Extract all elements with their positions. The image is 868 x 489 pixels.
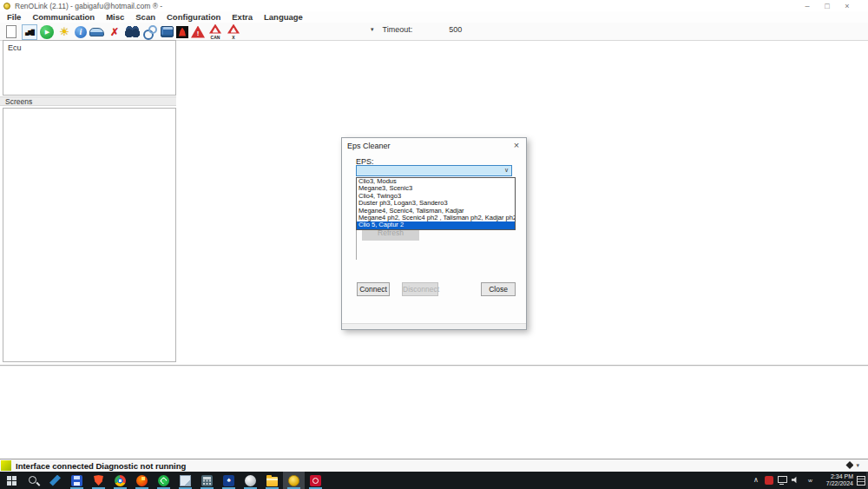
firefox-icon: [136, 475, 148, 486]
taskbar-file-explorer-button[interactable]: [261, 472, 283, 489]
taskbar-camera-app-button[interactable]: [305, 472, 326, 489]
gears-icon[interactable]: [142, 24, 158, 40]
taskbar-start-button[interactable]: [1, 472, 23, 489]
taskbar: ♠ ∧vv 2:34 PM 7/22/2024: [0, 472, 868, 489]
connect-button[interactable]: Connect: [357, 282, 390, 296]
toolbar-icons: ▄▆█▶☀i✗!CANX: [3, 23, 241, 40]
tray-volume-icon[interactable]: [791, 474, 801, 486]
interface-plug-icon[interactable]: [845, 461, 853, 469]
taskbar-brave-button[interactable]: [88, 472, 109, 489]
close-dialog-button[interactable]: Close: [481, 282, 516, 296]
taskbar-clock[interactable]: 2:34 PM 7/22/2024: [819, 473, 853, 488]
dialog-title: Eps Cleaner: [347, 142, 391, 150]
start-icon: [6, 475, 17, 486]
menu-item-communication[interactable]: Communication: [32, 12, 95, 22]
screens-label: Screens: [5, 97, 32, 106]
tray-expand-icon[interactable]: ∧: [751, 474, 761, 486]
dialog-titlebar[interactable]: Eps Cleaner ×: [342, 138, 526, 152]
menubar: FileCommunicationMiscScanConfigurationEx…: [0, 11, 868, 23]
info-icon[interactable]: i: [75, 26, 87, 38]
taskbar-whatsapp-button[interactable]: [153, 472, 174, 489]
close-button[interactable]: ×: [842, 2, 852, 10]
menu-item-language[interactable]: Language: [264, 12, 303, 22]
renolink-icon: [288, 475, 299, 486]
eps-combobox[interactable]: ∨: [356, 165, 512, 176]
play-icon[interactable]: ▶: [40, 25, 54, 39]
taskbar-search-button[interactable]: [23, 472, 44, 489]
screens-header: Screens: [0, 96, 176, 106]
taskbar-apps: ♠: [0, 472, 326, 489]
menu-item-misc[interactable]: Misc: [106, 12, 124, 22]
minimize-button[interactable]: –: [802, 2, 812, 10]
eps-option-2[interactable]: Clio4, Twingo3: [357, 193, 515, 200]
menu-item-file[interactable]: File: [7, 12, 21, 22]
status-dropdown-icon[interactable]: ▾: [856, 462, 859, 469]
floppy-icon: [71, 475, 82, 486]
taskbar-face-app-button[interactable]: [240, 472, 261, 489]
taskbar-chrome-button[interactable]: [109, 472, 131, 489]
tray-app-icon[interactable]: vv: [805, 474, 815, 486]
connection-status-icon: [1, 460, 11, 471]
chart-icon[interactable]: ▄▆█: [22, 24, 37, 40]
app-icon: [3, 3, 10, 10]
taskbar-notes-button[interactable]: [174, 472, 196, 489]
notes-icon: [180, 475, 191, 486]
chrome-icon: [115, 475, 126, 486]
dialog-close-icon[interactable]: ×: [511, 140, 522, 150]
new-file-icon[interactable]: [3, 24, 19, 40]
eps-option-3[interactable]: Duster ph3, Logan3, Sandero3: [357, 200, 515, 207]
eps-dropdown-list: Clio3, ModusMegane3, Scenic3Clio4, Twing…: [356, 177, 516, 230]
pen-icon: [49, 475, 61, 486]
taskbar-pen-button[interactable]: [44, 472, 66, 489]
file-explorer-icon: [266, 477, 278, 486]
eps-option-1[interactable]: Megane3, Scenic3: [357, 185, 515, 192]
eps-option-4[interactable]: Megane4, Scenic4, Talisman, Kadjar: [357, 208, 515, 215]
tray-network-icon[interactable]: [777, 474, 787, 486]
ecu-label: Ecu: [8, 43, 22, 52]
menu-item-extra[interactable]: Extra: [232, 12, 253, 22]
ecu-panel[interactable]: Ecu: [3, 40, 176, 96]
eps-cleaner-dialog: Eps Cleaner × EPS: ∨ Clio3, ModusMegane3…: [341, 137, 527, 330]
taskbar-calculator-button[interactable]: [196, 472, 218, 489]
disconnect-button[interactable]: Disconnect: [402, 282, 438, 296]
eps-option-0[interactable]: Clio3, Modus: [357, 178, 515, 185]
taskbar-firefox-button[interactable]: [131, 472, 153, 489]
flame-icon[interactable]: [176, 26, 188, 38]
window-title: RenOLink (2.11) - gabigafu@hotmail.com ®…: [15, 2, 162, 10]
taskbar-solitaire-button[interactable]: ♠: [218, 472, 240, 489]
toolbar: ▄▆█▶☀i✗!CANX ▾ Timeout: 500: [0, 23, 868, 41]
screens-panel[interactable]: [3, 108, 176, 362]
statusbar: Interface connected Diagnostic not runni…: [0, 459, 868, 472]
brave-icon: [93, 475, 104, 486]
binoculars-icon[interactable]: [125, 26, 140, 37]
taskbar-floppy-button[interactable]: [66, 472, 88, 489]
camera-app-icon: [310, 475, 321, 486]
eps-option-5[interactable]: Megane4 ph2, Scenic4 ph2 , Talisman ph2,…: [357, 215, 515, 221]
car-icon[interactable]: [89, 28, 104, 36]
toolbar-dropdown-icon[interactable]: ▾: [371, 26, 374, 33]
menu-item-configuration[interactable]: Configuration: [167, 12, 220, 22]
tray-red-app-icon[interactable]: [765, 476, 773, 485]
chevron-down-icon[interactable]: ∨: [504, 167, 509, 174]
warning-can-icon[interactable]: CAN: [207, 24, 223, 40]
eps-option-6[interactable]: Clio 5, Captur 2: [357, 221, 515, 228]
horizontal-divider: [0, 365, 868, 367]
timeout-label: Timeout:: [383, 25, 413, 34]
taskbar-renolink-button[interactable]: [283, 472, 305, 489]
face-app-icon: [245, 475, 256, 486]
clock-date: 7/22/2024: [819, 480, 853, 488]
timeout-value-field[interactable]: 500: [449, 25, 462, 34]
maximize-button[interactable]: □: [822, 2, 832, 10]
clock-time: 2:34 PM: [819, 473, 853, 481]
sun-icon[interactable]: ☀: [56, 24, 72, 40]
app-window: RenOLink (2.11) - gabigafu@hotmail.com ®…: [0, 0, 868, 489]
warning-x-icon[interactable]: X: [226, 24, 241, 40]
dialog-footer: [342, 323, 526, 329]
action-center-icon[interactable]: [857, 476, 865, 486]
menu-item-scan[interactable]: Scan: [135, 12, 155, 22]
delete-x-icon[interactable]: ✗: [107, 24, 122, 40]
group-divider: [356, 228, 357, 260]
search-icon: [28, 475, 39, 486]
panel-icon[interactable]: [161, 26, 174, 37]
warning-icon[interactable]: !: [191, 26, 205, 38]
